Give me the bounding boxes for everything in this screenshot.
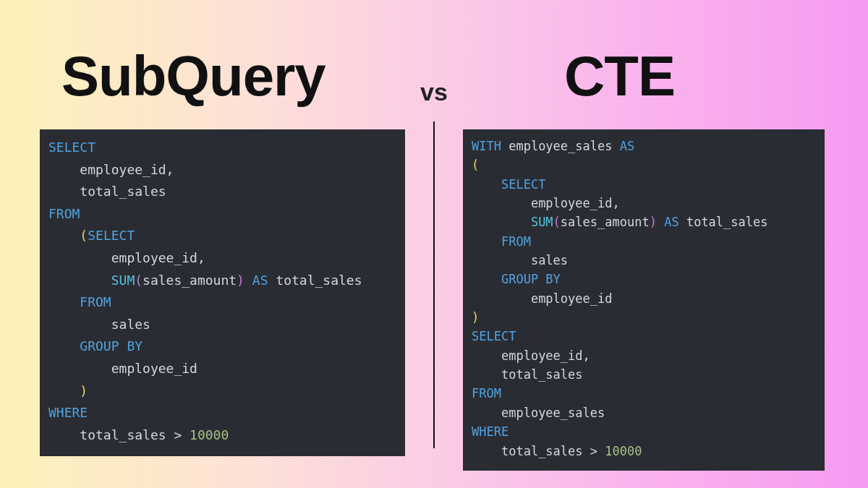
right-title: CTE <box>463 43 675 109</box>
subquery-code-block: SELECT employee_id, total_sales FROM (SE… <box>40 129 405 456</box>
cte-code-block: WITH employee_sales AS ( SELECT employee… <box>463 129 825 471</box>
divider-line <box>433 121 435 448</box>
right-column: CTE WITH employee_sales AS ( SELECT empl… <box>434 43 868 471</box>
left-title: SubQuery <box>47 43 326 109</box>
left-column: SubQuery SELECT employee_id, total_sales… <box>0 43 434 456</box>
vs-label: vs <box>420 78 448 106</box>
